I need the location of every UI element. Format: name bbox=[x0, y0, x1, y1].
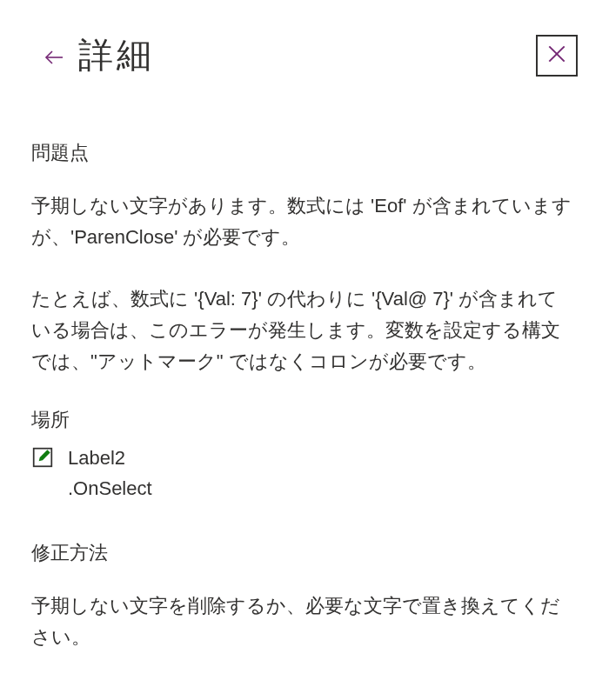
fix-heading: 修正方法 bbox=[31, 540, 578, 566]
close-icon bbox=[545, 43, 568, 68]
fix-paragraph: 予期しない文字を削除するか、必要な文字で置き換えてください。 bbox=[31, 590, 578, 654]
header-left: 詳細 bbox=[44, 31, 155, 79]
panel-content: 問題点 予期しない文字があります。数式には 'Eof' が含まれていますが、'P… bbox=[0, 79, 609, 653]
issue-heading: 問題点 bbox=[31, 140, 578, 166]
edit-icon[interactable] bbox=[31, 446, 54, 469]
location-heading: 場所 bbox=[31, 407, 578, 433]
back-icon[interactable] bbox=[44, 47, 64, 68]
issue-paragraph-1: 予期しない文字があります。数式には 'Eof' が含まれていますが、'Paren… bbox=[31, 190, 578, 254]
location-control: Label2 bbox=[68, 443, 152, 473]
panel-header: 詳細 bbox=[0, 0, 609, 79]
page-title: 詳細 bbox=[78, 31, 155, 79]
location-text: Label2 .OnSelect bbox=[68, 443, 152, 503]
issue-paragraph-2: たとえば、数式に '{Val: 7}' の代わりに '{Val@ 7}' が含ま… bbox=[31, 283, 578, 378]
location-property: .OnSelect bbox=[68, 474, 152, 503]
location-row: Label2 .OnSelect bbox=[31, 443, 578, 503]
close-button[interactable] bbox=[536, 35, 578, 77]
